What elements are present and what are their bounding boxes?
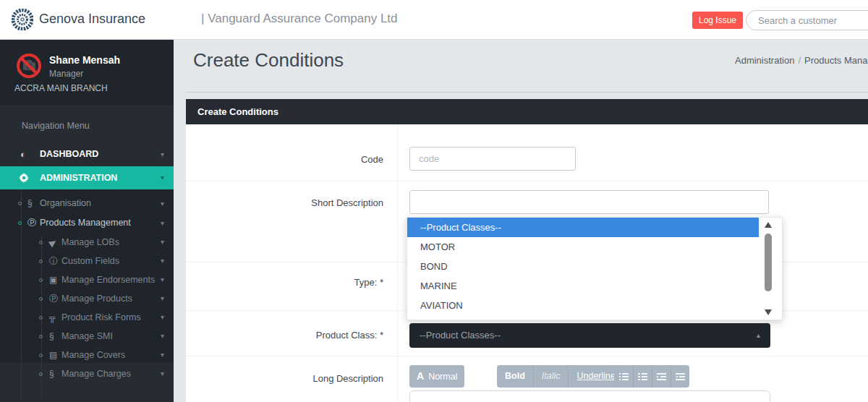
no-camera-avatar-icon — [16, 53, 42, 79]
unordered-list-icon — [619, 372, 629, 381]
unordered-list-button[interactable] — [614, 365, 633, 388]
user-role: Manager — [49, 69, 83, 79]
sidebar-item-products-management[interactable]: Ⓟ Products Management ▾ — [0, 213, 174, 233]
organisation-icon: § — [27, 194, 33, 213]
scroll-down-icon[interactable] — [765, 309, 772, 315]
dropdown-option[interactable]: MARINE — [407, 276, 759, 296]
gear-icon — [19, 173, 29, 183]
panel-header: Create Conditions — [186, 99, 868, 124]
list-buttons-group — [614, 365, 689, 388]
short-description-label: Short Description — [186, 197, 383, 208]
sidebar-item-administration[interactable]: ADMINISTRATION ▾ — [0, 166, 174, 189]
document-icon: ▣ — [49, 270, 57, 289]
sidebar-item-product-risk-forms[interactable]: ╦ Product Risk Forms ▾ — [0, 308, 174, 327]
top-navbar: Genova Insurance | Vanguard Assurance Co… — [0, 0, 868, 40]
brand-name: Genova Insurance — [39, 12, 145, 27]
caret-up-icon: ▴ — [757, 323, 760, 348]
panel-body: Code Short Description Type: * Product C… — [186, 124, 868, 402]
sidebar-item-dashboard[interactable]: ◐ DASHBOARD ▾ — [0, 142, 174, 166]
font-style-a-icon: A — [417, 370, 424, 382]
italic-button[interactable]: Italic — [533, 365, 569, 388]
indent-icon — [657, 372, 666, 381]
ordered-list-icon — [638, 372, 647, 381]
chevron-icon: ▾ — [161, 233, 164, 252]
scrollbar-thumb[interactable] — [765, 234, 772, 291]
nav-section-label: Navigation Menu — [22, 121, 174, 131]
row-divider — [186, 356, 868, 356]
chevron-icon: ▾ — [161, 289, 164, 308]
long-description-editor[interactable] — [409, 390, 770, 402]
type-label: Type: * — [186, 277, 383, 288]
product-circle-icon: Ⓟ — [49, 289, 58, 308]
chevron-icon: ▾ — [161, 364, 164, 383]
chevron-icon: ▾ — [161, 270, 164, 289]
bullet-icon — [39, 335, 43, 338]
company-name: | Vanguard Assurance Company Ltd — [201, 12, 398, 26]
user-panel: Shane Mensah Manager ACCRA MAIN BRANCH — [0, 40, 174, 105]
bullet-icon — [39, 354, 43, 357]
label-column-divider — [397, 124, 398, 402]
bullet-icon — [39, 241, 43, 244]
sidebar-item-manage-lobs[interactable]: ▶ Manage LOBs ▾ — [0, 233, 174, 252]
short-description-input[interactable] — [409, 190, 769, 214]
indent-button[interactable] — [652, 365, 671, 388]
chevron-icon: ▾ — [161, 166, 164, 189]
bullet-icon — [18, 221, 22, 225]
chevron-icon: ▾ — [161, 194, 164, 213]
administration-submenu: § Organisation ▾ Ⓟ Products Management ▾… — [0, 189, 174, 363]
bullet-icon — [18, 202, 22, 205]
main-content: Create Conditions Administration/Product… — [174, 40, 868, 402]
user-name: Shane Mensah — [49, 54, 120, 66]
sidebar-item-manage-covers[interactable]: ▤ Manage Covers ▾ — [0, 346, 174, 364]
sidebar-item-manage-products[interactable]: Ⓟ Manage Products ▾ — [0, 289, 174, 308]
sidebar-item-manage-endorsements[interactable]: ▣ Manage Endorsements ▾ — [0, 270, 174, 289]
code-label: Code — [186, 154, 383, 165]
sidebar: Shane Mensah Manager ACCRA MAIN BRANCH N… — [0, 40, 174, 402]
sidebar-item-organisation[interactable]: § Organisation ▾ — [0, 194, 174, 213]
info-circle-icon: ⓘ — [49, 252, 58, 270]
log-issue-button[interactable]: Log Issue — [692, 12, 743, 29]
bullet-icon — [39, 297, 43, 301]
chevron-icon: ▾ — [161, 213, 164, 233]
outdent-icon — [676, 372, 685, 381]
code-input[interactable] — [409, 147, 576, 171]
chevron-icon: ▾ — [161, 346, 164, 364]
outdent-button[interactable] — [671, 365, 689, 388]
dashboard-icon: ◐ — [20, 142, 33, 166]
user-branch: ACCRA MAIN BRANCH — [14, 83, 108, 93]
breadcrumb-administration[interactable]: Administration — [735, 55, 794, 66]
breadcrumb: Administration/Products Management — [735, 55, 868, 66]
dropdown-option[interactable]: BOND — [407, 257, 759, 276]
sitemap-icon: ╦ — [49, 308, 56, 327]
header-divider — [186, 92, 868, 93]
coins-icon: § — [49, 327, 54, 346]
ordered-list-button[interactable] — [633, 365, 652, 388]
chevron-icon: ▾ — [161, 142, 164, 166]
chevron-icon: ▾ — [161, 327, 164, 346]
product-class-select[interactable]: --Product Classes-- ▴ — [409, 323, 770, 348]
paper-plane-icon: ▶ — [49, 233, 56, 252]
dropdown-scrollbar[interactable] — [764, 221, 773, 317]
products-management-icon: Ⓟ — [27, 213, 36, 233]
text-style-group: Bold Italic Underline — [497, 365, 624, 388]
bullet-icon — [39, 316, 43, 320]
bold-button[interactable]: Bold — [497, 365, 533, 388]
breadcrumb-products-management[interactable]: Products Management — [804, 55, 868, 66]
sidebar-item-manage-smi[interactable]: § Manage SMI ▾ — [0, 327, 174, 346]
scroll-up-icon[interactable] — [765, 222, 772, 228]
card-icon: ▤ — [49, 346, 57, 364]
customer-search-input[interactable] — [746, 10, 868, 30]
dropdown-option[interactable]: --Product Classes-- — [407, 218, 759, 237]
long-description-label: Long Description — [186, 373, 383, 384]
page-title: Create Conditions — [193, 49, 344, 72]
format-dropdown-button[interactable]: ANormal text▾ — [409, 365, 464, 388]
sidebar-item-manage-charges[interactable]: § Manage Charges ▾ — [0, 364, 174, 383]
product-class-dropdown-menu: --Product Classes-- MOTOR BOND MARINE AV… — [407, 217, 783, 320]
dropdown-option[interactable]: MOTOR — [407, 237, 759, 257]
sidebar-item-custom-fields[interactable]: ⓘ Custom Fields ▾ — [0, 252, 174, 270]
coins-icon: § — [49, 364, 54, 383]
chevron-icon: ▾ — [161, 252, 164, 270]
bullet-icon — [39, 372, 43, 376]
create-conditions-panel: Create Conditions Code Short Description… — [186, 99, 868, 402]
dropdown-option[interactable]: AVIATION — [407, 296, 759, 315]
